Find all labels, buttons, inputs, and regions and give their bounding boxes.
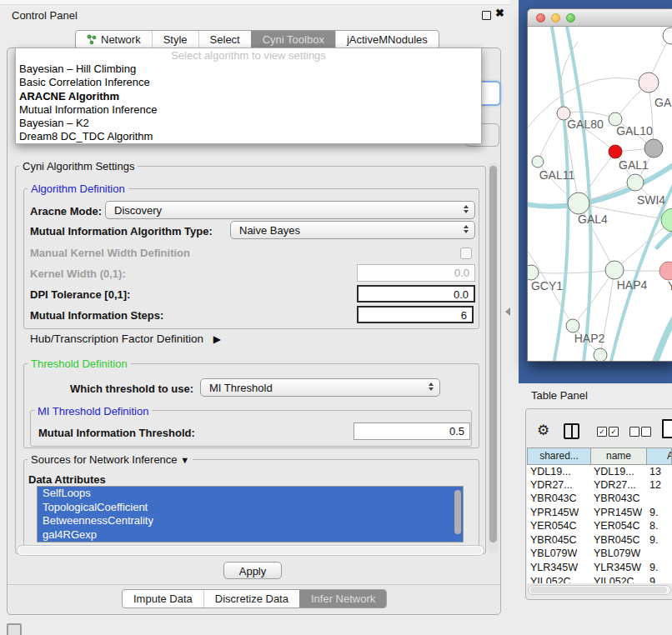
tab-infer-network[interactable]: Infer Network (299, 590, 386, 608)
show-columns-icon[interactable] (564, 423, 579, 439)
tab-network[interactable]: Network (76, 31, 152, 48)
hub-section-toggle[interactable]: Hub/Transcription Factor Definition ▶ (30, 332, 221, 345)
tab-impute-data[interactable]: Impute Data (123, 590, 203, 608)
list-item[interactable]: TopologicalCoefficient (38, 501, 463, 515)
dropdown-item-selected[interactable]: ARACNE Algorithm (16, 90, 481, 103)
node (594, 348, 607, 362)
zoom-window-icon[interactable] (566, 13, 575, 22)
mi-algorithm-type-combo[interactable]: Naive Bayes (230, 221, 475, 239)
manual-kernel-checkbox[interactable] (460, 248, 472, 259)
sources-group-title[interactable]: Sources for Network Inference ▼ (28, 453, 193, 466)
table-rows[interactable]: YDL19... YDL19... 13 YDR27... YDR27... 1… (527, 465, 672, 583)
network-canvas[interactable]: GAL GAL80 GAL10 GAL11 GAL1 SWI4 GAL4 GCY… (528, 27, 672, 362)
network-window[interactable]: GAL GAL80 GAL10 GAL11 GAL1 SWI4 GAL4 GCY… (527, 8, 672, 362)
tab-infer-network-label: Infer Network (311, 590, 375, 608)
table-cell[interactable]: YDL19... (530, 466, 571, 478)
float-panel-icon[interactable] (482, 11, 491, 20)
scrollbar-thumb[interactable] (19, 547, 482, 554)
node-label: SWI4 (637, 193, 665, 207)
apply-button[interactable]: Apply (223, 562, 282, 579)
dropdown-item[interactable]: Basic Correlation Inference (16, 76, 481, 89)
table-cell[interactable]: YBR043C (530, 492, 577, 504)
table-cell[interactable]: 9. (649, 562, 658, 573)
close-window-icon[interactable] (536, 13, 545, 22)
dropdown-item[interactable]: Mutual Information Inference (16, 103, 481, 117)
table-cell[interactable]: YDR27... (530, 479, 573, 491)
tab-discretize-data[interactable]: Discretize Data (203, 590, 299, 608)
network-icon (87, 34, 97, 45)
tab-discretize-data-label: Discretize Data (215, 590, 288, 608)
node-hap4 (605, 261, 624, 279)
new-table-file-icon[interactable] (662, 419, 672, 438)
dropdown-item[interactable]: Bayesian – Hill Climbing (16, 62, 481, 76)
table-cell[interactable]: 9. (649, 534, 658, 546)
table-cell[interactable]: YER054C (530, 520, 577, 532)
mi-threshold-label: Mutual Information Threshold: (38, 427, 195, 439)
node-hap2 (566, 319, 579, 332)
unselect-all-columns-icon-2[interactable] (641, 427, 651, 437)
minimize-window-icon[interactable] (551, 13, 560, 22)
table-cell[interactable]: YIL052C (530, 576, 571, 583)
table-cell[interactable]: YBL079W (594, 548, 640, 559)
dropdown-item[interactable]: Bayesian – K2 (16, 117, 481, 130)
list-item[interactable]: gal4RGexp (38, 528, 463, 542)
list-scrollbar[interactable] (454, 490, 461, 534)
dropdown-item[interactable]: Dream8 DC_TDC Algorithm (16, 130, 481, 143)
splitter-collapse-icon[interactable] (505, 308, 510, 316)
mi-steps-input[interactable]: 6 (357, 306, 474, 323)
table-panel-title: Table Panel (531, 389, 588, 402)
table-cell[interactable]: YBR043C (594, 492, 640, 504)
list-item[interactable]: BetweennessCentrality (38, 514, 463, 528)
scrollbar-thumb[interactable] (530, 587, 667, 593)
table-cell[interactable]: YBR045C (530, 534, 577, 546)
table-cell[interactable]: 9 (649, 576, 655, 583)
mi-threshold-input[interactable]: 0.5 (354, 422, 470, 440)
table-cell[interactable]: 13 (649, 466, 661, 478)
node-label: GAL4 (578, 212, 608, 226)
aracne-mode-combo[interactable]: Discovery (105, 201, 475, 219)
table-horizontal-scrollbar[interactable] (528, 585, 671, 595)
control-panel-dock: Control Panel ✖ Network Style Select Cyn… (0, 0, 510, 635)
minimized-panel-icon[interactable] (7, 623, 22, 635)
table-cell[interactable]: YLR345W (594, 562, 641, 573)
table-cell[interactable]: YPR145W (594, 507, 642, 518)
data-attributes-list[interactable]: SelfLoops TopologicalCoefficient Between… (37, 486, 464, 542)
tab-select[interactable]: Select (198, 31, 251, 48)
settings-horizontal-scrollbar[interactable] (17, 545, 484, 556)
close-panel-icon[interactable]: ✖ (495, 7, 504, 19)
column-header-shared-name[interactable]: shared... (527, 448, 591, 465)
settings-vertical-scrollbar[interactable] (488, 162, 499, 553)
select-all-columns-icon-2[interactable]: ✓ (609, 427, 619, 437)
which-threshold-combo[interactable]: MI Threshold (200, 378, 440, 397)
scrollbar-thumb[interactable] (489, 166, 497, 542)
table-cell[interactable]: YLR345W (530, 562, 578, 573)
table-cell[interactable]: 9. (649, 507, 658, 518)
table-cell[interactable]: YIL052C (594, 576, 634, 583)
column-header-name[interactable]: name (591, 448, 647, 465)
node (639, 72, 659, 92)
table-cell[interactable]: YER054C (594, 520, 640, 532)
list-item[interactable]: SelfLoops (38, 487, 463, 501)
expand-right-icon: ▶ (213, 333, 221, 345)
tab-style[interactable]: Style (152, 31, 198, 48)
table-settings-gear-icon[interactable]: ⚙ (537, 422, 549, 439)
node-pink (659, 262, 672, 280)
table-cell[interactable]: YBR045C (594, 534, 640, 546)
table-cell[interactable]: 8. (649, 520, 658, 532)
algorithm-dropdown-popup: Select algorithm to view settings Bayesi… (15, 48, 482, 144)
tab-cyni-toolbox[interactable]: Cyni Toolbox (251, 31, 335, 48)
column-header-partial[interactable]: A (647, 448, 672, 465)
tab-cyni-toolbox-label: Cyni Toolbox (263, 31, 324, 48)
table-cell[interactable]: YDL19... (594, 466, 634, 478)
tab-jactivemnodules[interactable]: jActiveMNodules (335, 31, 439, 48)
network-window-titlebar[interactable] (528, 9, 672, 27)
panel-title: Control Panel (12, 9, 78, 22)
table-cell[interactable]: YPR145W (530, 507, 579, 518)
table-cell[interactable]: YDR27... (594, 479, 636, 491)
table-cell[interactable]: YBL079W (530, 548, 577, 559)
dpi-tolerance-input[interactable]: 0.0 (357, 285, 475, 302)
select-all-columns-icon[interactable]: ✓ (597, 427, 607, 437)
table-cell[interactable]: 12 (649, 479, 661, 491)
unselect-all-columns-icon[interactable] (629, 427, 639, 437)
kernel-width-input[interactable]: 0.0 (357, 264, 475, 282)
